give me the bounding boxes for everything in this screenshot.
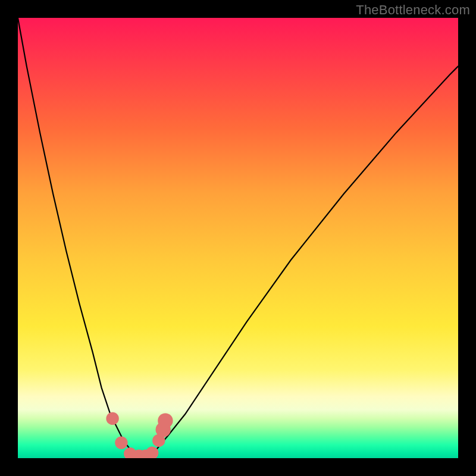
chart-frame: TheBottleneck.com xyxy=(0,0,476,476)
bottleneck-curve xyxy=(18,18,458,456)
curve-layer xyxy=(18,18,458,458)
plot-area xyxy=(18,18,458,458)
curve-marker xyxy=(158,413,173,428)
watermark-text: TheBottleneck.com xyxy=(356,2,470,18)
curve-marker xyxy=(146,446,158,458)
curve-marker xyxy=(106,412,118,425)
curve-marker xyxy=(115,436,127,449)
curve-markers xyxy=(106,412,173,458)
